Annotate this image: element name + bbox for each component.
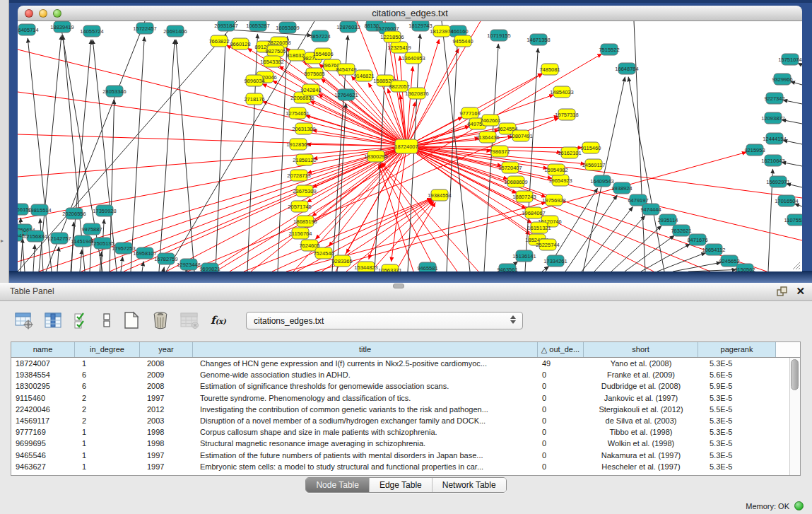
table-row[interactable]: 946362711997Embryonic stem cells: a mode… (11, 461, 789, 472)
network-node[interactable]: 12764621 (334, 89, 358, 100)
network-node[interactable]: 7515522 (599, 44, 619, 55)
network-window-titlebar[interactable]: citations_edges.txt (18, 6, 802, 21)
split-pane-handle[interactable] (393, 284, 404, 288)
network-node[interactable]: 9975887 (81, 223, 102, 235)
network-node[interactable]: 9474444 (640, 204, 661, 215)
network-node[interactable]: 16409543 (590, 175, 613, 187)
network-node[interactable]: 20931847 (214, 21, 237, 31)
select-attributes-button[interactable] (72, 310, 92, 330)
tab-edge-table[interactable]: Edge Table (370, 478, 433, 492)
close-panel-icon[interactable]: ✕ (796, 286, 805, 297)
network-node[interactable]: 20728713 (287, 170, 310, 181)
table-row[interactable]: 1456911722003Disruption of a novel membe… (11, 415, 789, 426)
network-node[interactable]: 9455440 (452, 35, 473, 47)
network-node[interactable]: 10719155 (487, 30, 510, 41)
network-node[interactable]: 15692971 (766, 176, 789, 187)
network-node[interactable]: 17957253 (112, 243, 135, 254)
network-node[interactable]: 19384554 (428, 189, 451, 201)
network-node[interactable]: 8938924 (611, 182, 632, 194)
table-settings-button[interactable] (14, 310, 34, 330)
network-node[interactable]: 21156764 (289, 228, 312, 239)
network-node[interactable]: 16210643 (761, 155, 784, 166)
network-node[interactable]: 13620876 (405, 88, 428, 99)
network-node[interactable]: 7485081 (539, 64, 560, 75)
network-node[interactable]: 1554606 (312, 48, 333, 59)
network-node[interactable]: 10654112 (702, 244, 726, 255)
network-node[interactable]: 9245652 (719, 255, 739, 267)
network-node[interactable]: 7663822 (208, 35, 229, 47)
network-node[interactable]: 9150562 (734, 264, 755, 271)
network-node[interactable]: 14569117 (582, 159, 606, 170)
network-node[interactable]: 9242848 (300, 84, 321, 95)
network-node[interactable]: 12325419 (387, 42, 411, 53)
network-node[interactable]: 18300295 (364, 151, 387, 162)
column-header-name[interactable]: name (11, 342, 75, 357)
table-scrollbar[interactable] (789, 358, 800, 475)
network-node[interactable]: 16958107 (133, 247, 156, 259)
network-node[interactable]: 8471676 (687, 234, 707, 245)
network-node[interactable]: 15722457 (133, 23, 156, 34)
table-row[interactable]: 977716911998Corpus callosum shape and si… (11, 426, 789, 438)
network-node[interactable]: 9283365 (331, 255, 352, 267)
network-node[interactable]: 21858120 (293, 154, 316, 165)
table-scrollbar-thumb[interactable] (791, 359, 799, 390)
network-node[interactable]: 8215953 (744, 144, 765, 156)
network-node[interactable]: 9329966 (772, 74, 792, 85)
network-node[interactable]: 23675309 (293, 185, 316, 197)
network-node[interactable]: 9827505 (265, 45, 286, 57)
network-node[interactable]: 9227342 (764, 93, 784, 104)
network-node[interactable]: 12218506 (380, 31, 404, 42)
network-node[interactable]: 9463561 (497, 264, 517, 271)
network-canvas[interactable]: 1640571418839419140557241572245720691406… (18, 21, 802, 271)
network-node[interactable]: 16648784 (615, 63, 638, 74)
float-panel-icon[interactable] (777, 286, 787, 297)
network-node[interactable]: 15136141 (512, 250, 536, 262)
network-node[interactable]: 20571745 (288, 201, 311, 212)
table-row[interactable]: 911546021997Tourette syndrome. Phenomeno… (11, 392, 789, 404)
network-node[interactable]: 17016504 (775, 195, 798, 206)
network-node[interactable]: 15720407 (498, 162, 522, 173)
table-row[interactable]: 969969511998Structural magnetic resonanc… (11, 438, 789, 449)
network-node[interactable]: 9896034 (244, 75, 264, 86)
network-node[interactable]: 5975685 (304, 68, 324, 79)
network-node[interactable]: 20206556 (62, 208, 86, 219)
network-node[interactable]: 14854033 (550, 86, 573, 98)
row-height-button[interactable] (101, 310, 112, 330)
table-row[interactable]: 946554611997Estimation of the future num… (11, 450, 789, 461)
network-node[interactable]: 14671358 (526, 34, 550, 45)
network-node[interactable]: 14055724 (80, 25, 103, 37)
network-node[interactable]: 21364436 (476, 132, 499, 143)
network-node[interactable]: 2718176 (244, 93, 264, 105)
network-node[interactable]: 16053809 (276, 22, 299, 33)
network-node[interactable]: 12142757 (47, 233, 71, 244)
network-node[interactable]: 12876032 (336, 21, 360, 33)
network-node[interactable]: 16162101 (558, 147, 581, 158)
tab-network-table[interactable]: Network Table (433, 478, 506, 492)
network-node[interactable]: 17334261 (543, 255, 567, 267)
network-node[interactable]: 25225744 (536, 239, 559, 250)
network-node[interactable]: 28053346 (102, 86, 126, 97)
network-node[interactable]: 16543382 (260, 56, 283, 67)
network-node[interactable]: 18807243 (512, 191, 536, 202)
column-header-in_degree[interactable]: in_degree (75, 342, 140, 357)
network-node[interactable]: 18123974 (430, 25, 453, 37)
window-resize-grip[interactable] (791, 260, 801, 270)
network-node[interactable]: 20691406 (163, 25, 187, 37)
column-header-year[interactable]: year (140, 342, 193, 357)
network-node[interactable]: 3857224 (310, 30, 330, 42)
delete-column-trash-button[interactable] (151, 310, 170, 330)
network-node[interactable]: 9146821 (353, 70, 374, 81)
network-node[interactable]: 19128563 (286, 139, 310, 150)
network-node[interactable]: 11075533 (784, 214, 802, 226)
table-row[interactable]: 1872400712008Changes of HCN gene express… (11, 358, 789, 369)
network-node[interactable]: 10807491 (509, 130, 532, 141)
network-node[interactable]: 13640953 (401, 52, 425, 64)
network-node[interactable]: 10563371 (378, 264, 401, 271)
network-node[interactable]: 8660128 (230, 38, 250, 49)
column-header-pagerank[interactable]: pagerank (698, 342, 776, 357)
network-node[interactable]: 15751074 (778, 54, 801, 65)
table-selector-dropdown[interactable]: citations_edges.txt (246, 312, 523, 329)
network-node[interactable]: 16782759 (154, 253, 177, 264)
network-node[interactable]: 7986372 (489, 146, 510, 157)
new-column-button[interactable] (122, 310, 141, 330)
